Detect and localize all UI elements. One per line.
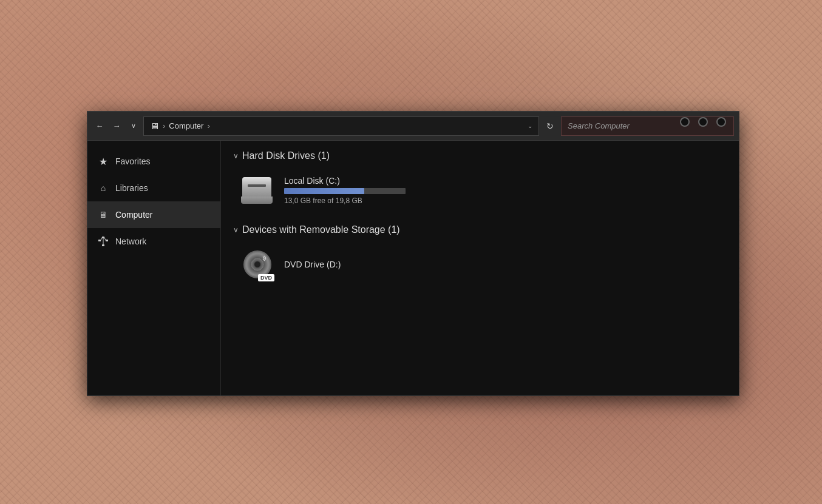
hard-disk-section: ∨ Hard Disk Drives (1) Local Disk (C:): [233, 150, 727, 212]
close-dot[interactable]: [716, 117, 726, 127]
hdd-chevron-icon: ∨: [233, 152, 239, 160]
path-computer: Computer: [169, 121, 203, 130]
hdd-slot-shape: [248, 184, 266, 187]
removable-header: ∨ Devices with Removable Storage (1): [233, 224, 727, 235]
sidebar-label-network: Network: [115, 237, 146, 246]
forward-button[interactable]: →: [109, 119, 124, 133]
libraries-icon: ⌂: [97, 182, 109, 194]
minimize-dot[interactable]: [680, 117, 690, 127]
sidebar-item-libraries[interactable]: ⌂ Libraries: [87, 175, 220, 201]
hdd-base-shape: [241, 197, 273, 204]
removable-section-title: Devices with Removable Storage (1): [242, 224, 400, 235]
local-disk-name: Local Disk (C:): [284, 176, 406, 186]
hdd-drive-icon: [240, 173, 274, 207]
back-button[interactable]: ←: [92, 119, 107, 133]
network-icon: [97, 235, 109, 247]
local-disk-info: Local Disk (C:) 13,0 GB free of 19,8 GB: [284, 176, 406, 205]
sidebar-item-network[interactable]: Network: [87, 228, 220, 255]
dvd-drive-info: DVD Drive (D:): [284, 260, 341, 269]
disk-usage-bar-bg: [284, 188, 406, 194]
hdd-section-title: Hard Disk Drives (1): [242, 150, 330, 161]
svg-rect-0: [98, 240, 101, 241]
refresh-button[interactable]: ↻: [542, 118, 559, 135]
address-bar: ← → ∨ 🖥 › Computer › ⌄ ↻ Search Computer: [87, 112, 739, 141]
svg-rect-2: [106, 240, 108, 241]
sidebar-item-favorites[interactable]: ★ Favorites: [87, 148, 220, 175]
sidebar: ★ Favorites ⌂ Libraries 🖥 Computer: [87, 141, 221, 395]
content-area: ★ Favorites ⌂ Libraries 🖥 Computer: [87, 141, 739, 395]
explorer-window: ← → ∨ 🖥 › Computer › ⌄ ↻ Search Computer…: [87, 111, 739, 396]
main-panel: ∨ Hard Disk Drives (1) Local Disk (C:): [221, 141, 739, 395]
path-end-dropdown[interactable]: ⌄: [528, 123, 532, 129]
maximize-dot[interactable]: [698, 117, 708, 127]
window-controls-row: [680, 117, 726, 127]
sidebar-label-favorites: Favorites: [115, 156, 151, 166]
removable-chevron-icon: ∨: [233, 226, 239, 234]
removable-storage-section: ∨ Devices with Removable Storage (1) DVD: [233, 224, 727, 286]
dropdown-button[interactable]: ∨: [126, 119, 141, 133]
address-path[interactable]: 🖥 › Computer › ⌄: [143, 116, 539, 136]
dvd-drive-name: DVD Drive (D:): [284, 260, 341, 269]
sidebar-label-computer: Computer: [115, 210, 152, 220]
dvd-drive-item[interactable]: DVD DVD Drive (D:): [233, 243, 727, 286]
svg-line-5: [104, 238, 106, 241]
computer-icon: 🖥: [97, 209, 109, 221]
dvd-drive-icon: DVD: [240, 247, 274, 281]
hard-disk-header: ∨ Hard Disk Drives (1): [233, 150, 727, 161]
sidebar-item-computer[interactable]: 🖥 Computer: [87, 201, 220, 228]
search-placeholder: Search Computer: [568, 121, 630, 130]
path-separator-2: ›: [207, 121, 209, 130]
disk-usage-bar-fill: [284, 188, 364, 194]
local-disk-space: 13,0 GB free of 19,8 GB: [284, 197, 406, 205]
favorites-icon: ★: [97, 155, 109, 167]
path-separator-1: ›: [163, 121, 165, 130]
local-disk-c-item[interactable]: Local Disk (C:) 13,0 GB free of 19,8 GB: [233, 169, 727, 212]
computer-path-icon: 🖥: [150, 121, 159, 131]
svg-line-4: [101, 238, 102, 241]
svg-rect-3: [102, 244, 104, 246]
sidebar-label-libraries: Libraries: [115, 183, 148, 193]
hdd-body-shape: [242, 177, 271, 199]
svg-rect-1: [102, 237, 104, 238]
dvd-label-badge: DVD: [258, 274, 274, 281]
